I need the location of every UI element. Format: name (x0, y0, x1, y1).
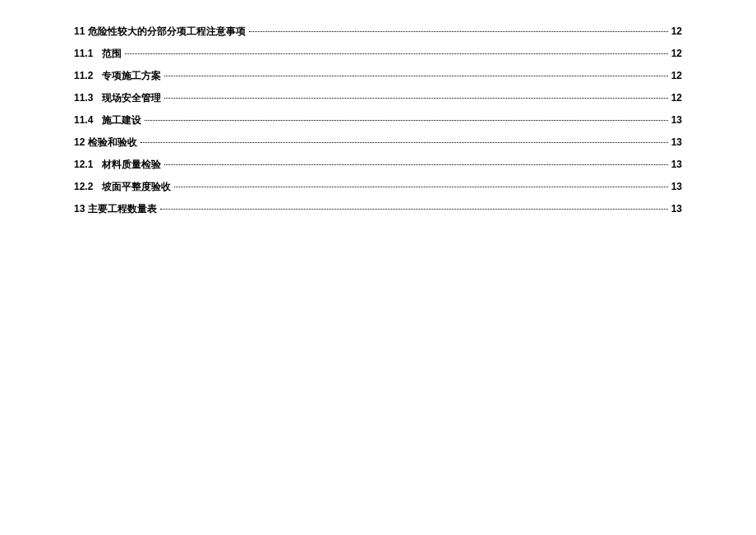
toc-dots (125, 53, 668, 54)
toc-dots (249, 31, 667, 32)
toc-dots (164, 76, 668, 76)
toc-entry: 12.1 材料质量检验13 (74, 158, 682, 172)
toc-number: 11.3 (74, 92, 93, 104)
toc-title: 坡面平整度验收 (102, 180, 171, 194)
toc-number: 11 (74, 25, 85, 37)
toc-page: 13 (671, 159, 682, 170)
toc-page: 13 (671, 181, 682, 192)
toc-title: 专项施工方案 (102, 69, 161, 83)
toc-page: 13 (671, 114, 682, 126)
toc-page: 12 (671, 25, 682, 37)
table-of-contents: 11危险性较大的分部分项工程注意事项1211.1 范围1211.2 专项施工方案… (74, 25, 682, 216)
toc-title: 施工建设 (102, 113, 141, 127)
toc-number: 11.1 (74, 48, 93, 59)
toc-number: 12.2 (74, 181, 93, 192)
toc-dots (145, 120, 668, 121)
toc-page: 12 (671, 92, 682, 104)
toc-title: 现场安全管理 (102, 91, 161, 105)
toc-entry: 12检验和验收13 (74, 136, 682, 150)
toc-entry: 11危险性较大的分部分项工程注意事项12 (74, 25, 682, 39)
toc-number: 12.1 (74, 159, 93, 170)
toc-page: 12 (671, 48, 682, 59)
toc-entry: 11.2 专项施工方案12 (74, 69, 682, 83)
toc-title: 材料质量检验 (102, 158, 161, 172)
toc-dots (141, 142, 667, 143)
toc-dots (164, 164, 668, 165)
toc-number: 13 (74, 203, 85, 214)
toc-title: 范围 (102, 47, 122, 61)
toc-entry: 11.3 现场安全管理12 (74, 91, 682, 105)
toc-page: 13 (671, 136, 682, 148)
toc-entry: 12.2 坡面平整度验收13 (74, 180, 682, 194)
toc-entry: 11.1 范围12 (74, 47, 682, 61)
toc-title: 检验和验收 (88, 136, 137, 150)
toc-dots (160, 209, 667, 210)
toc-number: 12 (74, 136, 85, 148)
toc-page: 13 (671, 203, 682, 214)
toc-entry: 13主要工程数量表13 (74, 202, 682, 216)
toc-entry: 11.4 施工建设13 (74, 113, 682, 127)
toc-title: 主要工程数量表 (88, 202, 157, 216)
toc-dots (174, 187, 668, 187)
toc-title: 危险性较大的分部分项工程注意事项 (88, 25, 246, 39)
toc-dots (164, 98, 668, 99)
toc-number: 11.2 (74, 70, 93, 81)
toc-number: 11.4 (74, 114, 93, 126)
toc-page: 12 (671, 70, 682, 81)
